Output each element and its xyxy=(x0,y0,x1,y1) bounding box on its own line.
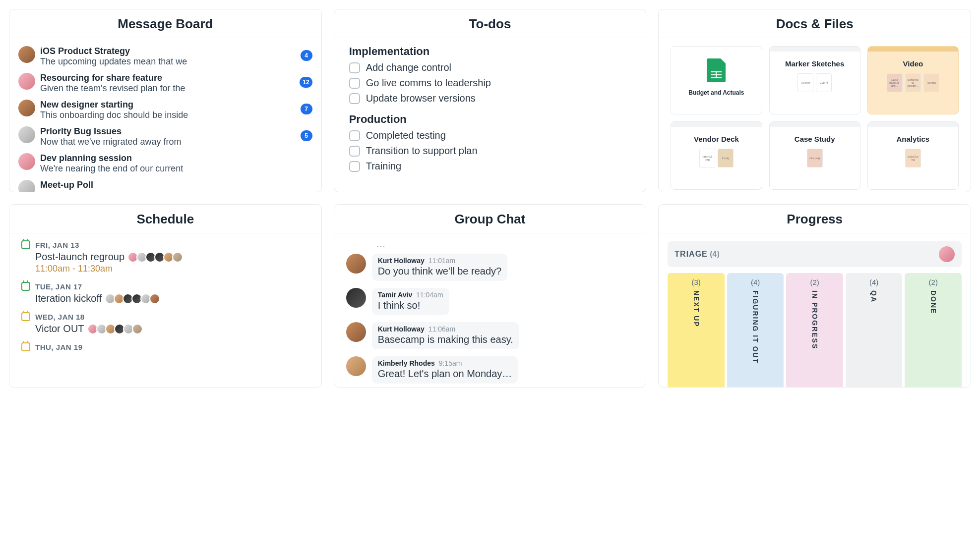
doc-tile[interactable]: Budget and Actuals xyxy=(671,46,762,114)
progress-lanes: (3) NEXT UP (4) FIGURING IT OUT (2) IN P… xyxy=(668,273,962,387)
doc-tile[interactable]: Analytics color2.p ng xyxy=(867,121,959,190)
todos-body: Implementation Add change control Go liv… xyxy=(334,38,646,192)
schedule-event[interactable]: Iteration kickoff xyxy=(35,293,309,304)
avatar xyxy=(18,73,35,90)
doc-tile[interactable]: Marker Sketches Ad min Eve nt xyxy=(769,46,860,114)
avatar xyxy=(346,356,366,376)
doc-thumb: color2.p ng xyxy=(905,149,921,167)
message-preview: Given the team's revised plan for the xyxy=(40,83,295,94)
schedule-event-title: Victor OUT xyxy=(35,323,84,334)
todo-checkbox[interactable] xyxy=(349,62,360,73)
message-preview: This onboarding doc should be inside xyxy=(40,110,296,120)
progress-lane[interactable]: (2) IN PROGRESS xyxy=(786,273,843,387)
todo-checkbox[interactable] xyxy=(349,130,360,141)
todo-item[interactable]: Completed testing xyxy=(349,128,631,143)
schedule-event-title: Post-launch regroup xyxy=(35,251,124,263)
todo-label: Add change control xyxy=(366,62,451,73)
chat-author: Tamir Aviv xyxy=(378,291,413,299)
schedule-event[interactable]: Post-launch regroup xyxy=(35,251,309,263)
progress-card[interactable]: Progress TRIAGE (4) (3) NEXT UP (4) FIGU… xyxy=(658,204,971,387)
doc-name: Video xyxy=(903,59,923,68)
avatar xyxy=(18,180,35,192)
message-title: New designer starting xyxy=(40,100,296,110)
message-preview: The upcoming updates mean that we xyxy=(40,56,296,67)
lane-count: (2) xyxy=(810,278,819,286)
chat-time: 11:01am xyxy=(429,257,455,265)
message-item[interactable]: New designer starting This onboarding do… xyxy=(9,97,321,123)
todos-header: To-dos xyxy=(334,9,646,38)
triage-label: TRIAGE xyxy=(674,250,707,258)
todo-group-title[interactable]: Production xyxy=(349,113,631,126)
progress-body: TRIAGE (4) (3) NEXT UP (4) FIGURING IT O… xyxy=(659,233,971,387)
chat-author: Kurt Holloway xyxy=(378,257,425,265)
lane-count: (4) xyxy=(869,278,878,286)
chat-body: … Kurt Holloway 11:01am Do you think we'… xyxy=(334,233,646,387)
progress-lane[interactable]: (2) DONE xyxy=(905,273,962,387)
schedule-day: THU, JAN 19 xyxy=(21,342,309,351)
progress-lane[interactable]: (3) NEXT UP xyxy=(668,273,725,387)
chat-message[interactable]: Tamir Aviv 11:04am I think so! xyxy=(346,288,634,315)
chat-message[interactable]: Kimberly Rhodes 9:15am Great! Let's plan… xyxy=(346,356,634,384)
todo-group-title[interactable]: Implementation xyxy=(349,45,631,58)
progress-triage-row[interactable]: TRIAGE (4) xyxy=(668,241,962,267)
chat-message[interactable]: Kurt Holloway 11:06am Basecamp is making… xyxy=(346,322,634,349)
doc-tile[interactable]: Video Logo Mockup - dra... Scheme to des… xyxy=(867,46,959,114)
lane-name: FIGURING IT OUT xyxy=(751,290,759,364)
todo-label: Training xyxy=(366,161,402,172)
message-board-card[interactable]: Message Board iOS Product Strategy The u… xyxy=(9,9,322,192)
todo-checkbox[interactable] xyxy=(349,78,360,89)
todos-card[interactable]: To-dos Implementation Add change control… xyxy=(334,9,647,192)
doc-name: Marker Sketches xyxy=(785,59,844,68)
message-title: Resourcing for share feature xyxy=(40,73,295,83)
calendar-icon xyxy=(21,240,30,249)
todo-item[interactable]: Update browser versions xyxy=(349,91,631,106)
chat-message[interactable]: Kurt Holloway 11:01am Do you think we'll… xyxy=(346,254,634,281)
progress-lane[interactable]: (4) FIGURING IT OUT xyxy=(727,273,784,387)
lane-count: (2) xyxy=(929,278,938,286)
docs-title: Docs & Files xyxy=(659,16,971,32)
todo-item[interactable]: Add change control xyxy=(349,60,631,75)
schedule-body: FRI, JAN 13 Post-launch regroup 11:00am … xyxy=(9,233,321,387)
docs-card[interactable]: Docs & Files Budget and Actuals Marker S… xyxy=(658,9,971,192)
todo-label: Completed testing xyxy=(366,130,446,141)
doc-tile[interactable]: Vendor Deck nature2. png 2.png xyxy=(671,121,762,190)
todo-checkbox[interactable] xyxy=(349,161,360,172)
avatar xyxy=(18,100,35,116)
todo-checkbox[interactable] xyxy=(349,146,360,157)
schedule-card[interactable]: Schedule FRI, JAN 13 Post-launch regroup… xyxy=(9,204,322,387)
todo-item[interactable]: Transition to support plan xyxy=(349,143,631,159)
comment-count-badge: 12 xyxy=(300,77,312,88)
message-item[interactable]: Priority Bug Issues Now that we've migra… xyxy=(9,123,321,150)
schedule-day: TUE, JAN 17 Iteration kickoff xyxy=(21,282,309,304)
schedule-event[interactable]: Victor OUT xyxy=(35,323,309,334)
doc-thumb: nature2. png xyxy=(699,149,715,167)
todo-item[interactable]: Go live comms to leadership xyxy=(349,75,631,91)
message-item[interactable]: iOS Product Strategy The upcoming update… xyxy=(9,43,321,70)
chat-text: I think so! xyxy=(378,300,443,311)
spreadsheet-icon xyxy=(707,58,726,82)
doc-thumb: Hanna xyxy=(923,73,939,92)
message-item[interactable]: Dev planning session We're nearing the e… xyxy=(9,150,321,177)
schedule-time: 11:00am - 11:30am xyxy=(35,264,309,274)
chat-header: Group Chat xyxy=(334,205,646,233)
comment-count-badge: 7 xyxy=(301,104,312,114)
todo-label: Update browser versions xyxy=(366,93,476,104)
doc-tile[interactable]: Case Study cks.png xyxy=(769,121,860,190)
progress-lane[interactable]: (4) QA xyxy=(846,273,903,387)
calendar-icon xyxy=(21,282,30,291)
chat-text: Great! Let's plan on Monday… xyxy=(378,368,512,380)
chat-text: Do you think we'll be ready? xyxy=(378,266,502,277)
chat-author: Kurt Holloway xyxy=(378,325,425,333)
todo-item[interactable]: Training xyxy=(349,159,631,174)
chat-card[interactable]: Group Chat … Kurt Holloway 11:01am Do yo… xyxy=(334,204,647,387)
schedule-header: Schedule xyxy=(9,205,321,233)
todos-title: To-dos xyxy=(334,16,646,32)
schedule-day: WED, JAN 18 Victor OUT xyxy=(21,312,309,334)
todo-checkbox[interactable] xyxy=(349,93,360,104)
schedule-date: TUE, JAN 17 xyxy=(35,282,82,291)
avatar xyxy=(346,322,366,342)
message-title: Meet-up Poll xyxy=(40,180,312,190)
message-item[interactable]: Resourcing for share feature Given the t… xyxy=(9,70,321,97)
message-item[interactable]: Meet-up Poll xyxy=(9,177,321,192)
message-preview: Now that we've migrated away from xyxy=(40,137,296,147)
